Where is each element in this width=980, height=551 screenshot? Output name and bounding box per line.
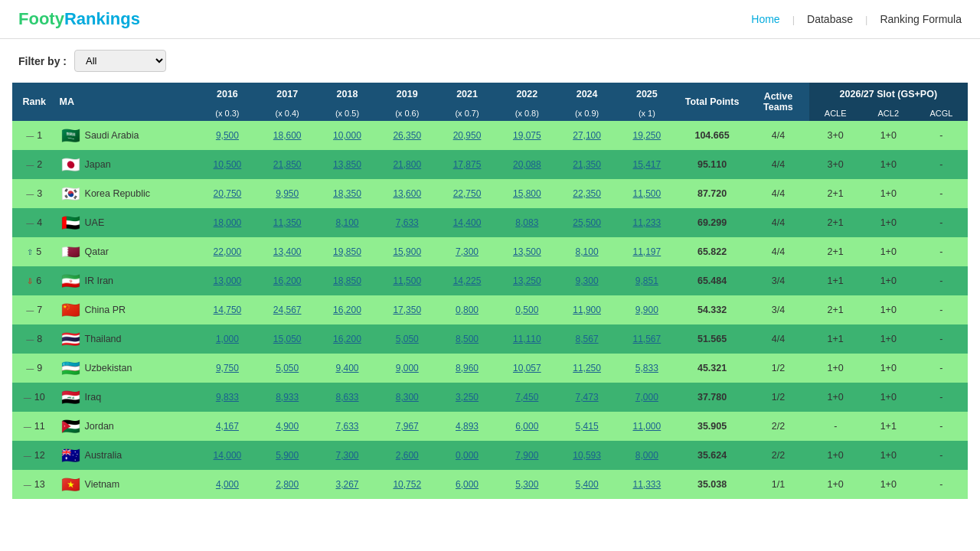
slot-acgl: - bbox=[915, 354, 968, 383]
stat-y2017: 15,050 bbox=[257, 324, 317, 354]
stat-y2024: 9,300 bbox=[557, 266, 616, 295]
stat-y2021: 7,300 bbox=[437, 237, 497, 266]
country-name: IR Iran bbox=[85, 276, 114, 286]
rank-number: 5 bbox=[36, 246, 41, 257]
rank-number: 12 bbox=[34, 450, 45, 461]
th-2017-mult: (x 0.4) bbox=[257, 106, 317, 121]
nav-home[interactable]: Home bbox=[751, 13, 779, 25]
stat-y2019: 21,800 bbox=[377, 150, 437, 179]
rank-number: 9 bbox=[37, 363, 42, 373]
nav-ranking-formula[interactable]: Ranking Formula bbox=[880, 13, 962, 25]
stat-y2024: 8,100 bbox=[557, 237, 616, 266]
nav-database[interactable]: Database bbox=[807, 13, 853, 25]
country-name: Saudi Arabia bbox=[85, 130, 139, 141]
slot-acgl: - bbox=[915, 441, 968, 470]
stat-y2025: 11,567 bbox=[617, 324, 677, 354]
trend-arrow-same: — bbox=[24, 481, 31, 489]
slot-acgl: - bbox=[915, 237, 968, 266]
stat-y2018: 18,850 bbox=[317, 266, 377, 295]
slot-acl2: 1+0 bbox=[862, 266, 915, 295]
stat-y2018: 8,633 bbox=[317, 383, 377, 412]
table-row: — 11🇯🇴Jordan4,1674,9007,6337,9674,8936,0… bbox=[12, 412, 968, 441]
stat-y2019: 7,633 bbox=[377, 208, 437, 237]
active-teams: 2/2 bbox=[747, 412, 809, 441]
trend-arrow-same: — bbox=[24, 452, 31, 460]
country-flag: 🇮🇷 bbox=[61, 272, 80, 290]
stat-y2016: 14,750 bbox=[198, 295, 257, 324]
stat-y2018: 19,850 bbox=[317, 237, 377, 266]
stat-y2024: 10,593 bbox=[557, 441, 616, 470]
country-name: Korea Republic bbox=[85, 188, 150, 199]
stat-y2017: 11,350 bbox=[257, 208, 317, 237]
logo-part2: Rankings bbox=[64, 9, 140, 28]
country-flag: 🇦🇪 bbox=[61, 214, 80, 232]
stat-y2019: 5,050 bbox=[377, 324, 437, 354]
country-name: Uzbekistan bbox=[85, 363, 132, 373]
ma-cell: 🇻🇳Vietnam bbox=[57, 470, 198, 499]
rank-cell: — 9 bbox=[12, 354, 57, 383]
filter-select[interactable]: All AFC CAF CONCACAF CONMEBOL OFC UEFA bbox=[74, 50, 166, 72]
active-teams: 4/4 bbox=[747, 179, 809, 208]
slot-acle: 2+1 bbox=[809, 208, 862, 237]
table-row: — 3🇰🇷Korea Republic20,7509,95018,35013,6… bbox=[12, 179, 968, 208]
active-teams: 2/2 bbox=[747, 441, 809, 470]
stat-y2017: 5,900 bbox=[257, 441, 317, 470]
stat-y2017: 2,800 bbox=[257, 470, 317, 499]
th-2018-mult: (x 0.5) bbox=[317, 106, 377, 121]
stat-y2017: 5,050 bbox=[257, 354, 317, 383]
rank-cell: — 4 bbox=[12, 208, 57, 237]
active-teams: 1/2 bbox=[747, 383, 809, 412]
ma-cell: 🇮🇶Iraq bbox=[57, 383, 198, 412]
table-wrapper: Rank MA 2016 2017 2018 2019 2021 2022 20… bbox=[0, 83, 980, 511]
slot-acgl: - bbox=[915, 266, 968, 295]
country-name: Thailand bbox=[85, 334, 122, 344]
slot-acl2: 1+0 bbox=[862, 150, 915, 179]
stat-y2019: 10,752 bbox=[377, 470, 437, 499]
total-points: 65.484 bbox=[677, 266, 747, 295]
th-total: Total Points bbox=[677, 83, 747, 121]
stat-y2021: 8,500 bbox=[437, 324, 497, 354]
trend-arrow-same: — bbox=[26, 132, 34, 140]
slot-acgl: - bbox=[915, 470, 968, 499]
active-teams: 4/4 bbox=[747, 208, 809, 237]
ma-cell: 🇨🇳China PR bbox=[57, 295, 198, 324]
total-points: 69.299 bbox=[677, 208, 747, 237]
stat-y2025: 11,500 bbox=[617, 179, 677, 208]
rank-number: 8 bbox=[37, 334, 42, 344]
slot-acl2: 1+0 bbox=[862, 354, 915, 383]
stat-y2021: 0,800 bbox=[437, 295, 497, 324]
slot-acgl: - bbox=[915, 179, 968, 208]
stat-y2025: 19,250 bbox=[617, 121, 677, 150]
table-row: — 7🇨🇳China PR14,75024,56716,20017,3500,8… bbox=[12, 295, 968, 324]
active-teams: 1/1 bbox=[747, 470, 809, 499]
country-flag: 🇰🇷 bbox=[61, 184, 80, 203]
stat-y2017: 4,900 bbox=[257, 412, 317, 441]
stat-y2018: 16,200 bbox=[317, 295, 377, 324]
ma-cell: 🇶🇦Qatar bbox=[57, 237, 198, 266]
rank-number: 2 bbox=[37, 159, 42, 170]
stat-y2019: 26,350 bbox=[377, 121, 437, 150]
stat-y2022: 15,800 bbox=[497, 179, 557, 208]
total-points: 35.038 bbox=[677, 470, 747, 499]
stat-y2019: 7,967 bbox=[377, 412, 437, 441]
th-2022-mult: (x 0.8) bbox=[497, 106, 557, 121]
active-teams: 1/2 bbox=[747, 354, 809, 383]
nav: Home | Database | Ranking Formula bbox=[751, 13, 962, 25]
slot-acl2: 1+0 bbox=[862, 237, 915, 266]
ma-cell: 🇰🇷Korea Republic bbox=[57, 179, 198, 208]
total-points: 51.565 bbox=[677, 324, 747, 354]
slot-acle: 1+0 bbox=[809, 470, 862, 499]
rank-number: 11 bbox=[34, 421, 45, 432]
stat-y2021: 6,000 bbox=[437, 470, 497, 499]
trend-arrow-same: — bbox=[26, 364, 34, 373]
country-flag: 🇶🇦 bbox=[61, 243, 80, 261]
stat-y2021: 14,400 bbox=[437, 208, 497, 237]
th-2017: 2017 bbox=[257, 83, 317, 106]
stat-y2025: 9,851 bbox=[617, 266, 677, 295]
stat-y2021: 14,225 bbox=[437, 266, 497, 295]
stat-y2019: 8,300 bbox=[377, 383, 437, 412]
stat-y2019: 13,600 bbox=[377, 179, 437, 208]
logo: FootyRankings bbox=[18, 9, 140, 29]
trend-arrow-up: ⇧ bbox=[27, 248, 33, 256]
total-points: 95.110 bbox=[677, 150, 747, 179]
